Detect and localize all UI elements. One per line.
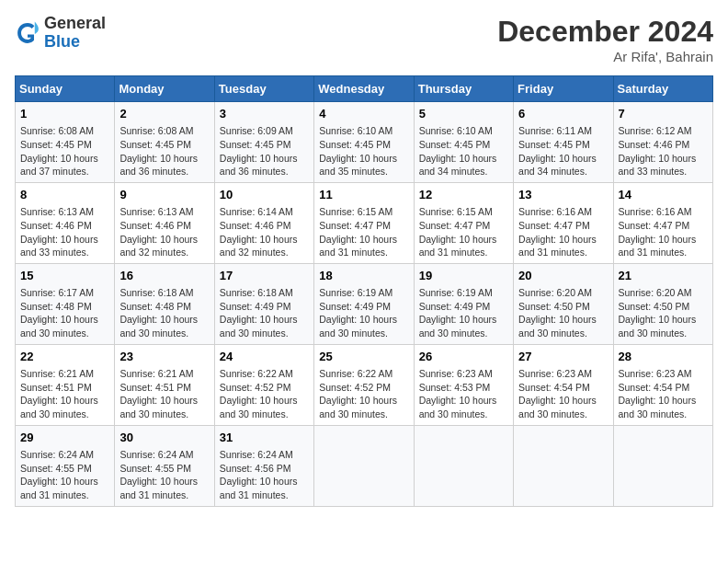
day-number: 1 [20,106,109,122]
week-row-4: 22Sunrise: 6:21 AMSunset: 4:51 PMDayligh… [16,344,713,425]
logo-line1: General [44,15,106,33]
day-header-wednesday: Wednesday [314,76,414,102]
day-cell: 8Sunrise: 6:13 AMSunset: 4:46 PMDaylight… [16,182,115,263]
header-row: SundayMondayTuesdayWednesdayThursdayFrid… [16,76,713,102]
day-cell: 7Sunrise: 6:12 AMSunset: 4:46 PMDaylight… [613,102,712,183]
day-number: 13 [518,187,608,203]
logo: General Blue [15,15,106,52]
calendar-table: SundayMondayTuesdayWednesdayThursdayFrid… [15,75,713,507]
week-row-5: 29Sunrise: 6:24 AMSunset: 4:55 PMDayligh… [16,425,713,506]
day-cell: 14Sunrise: 6:16 AMSunset: 4:47 PMDayligh… [613,182,712,263]
day-info: Sunrise: 6:13 AMSunset: 4:46 PMDaylight:… [20,205,109,259]
day-number: 29 [20,430,109,446]
day-number: 23 [119,349,209,365]
day-info: Sunrise: 6:23 AMSunset: 4:53 PMDaylight:… [419,367,508,421]
day-cell: 17Sunrise: 6:18 AMSunset: 4:49 PMDayligh… [214,263,313,344]
day-header-tuesday: Tuesday [214,76,313,102]
day-number: 16 [119,268,209,284]
day-number: 20 [518,268,608,284]
title-block: December 2024 Ar Rifa', Bahrain [497,15,713,64]
day-cell: 31Sunrise: 6:24 AMSunset: 4:56 PMDayligh… [214,425,313,506]
day-info: Sunrise: 6:14 AMSunset: 4:46 PMDaylight:… [220,205,309,259]
week-row-2: 8Sunrise: 6:13 AMSunset: 4:46 PMDaylight… [16,182,713,263]
day-number: 3 [220,106,309,122]
day-info: Sunrise: 6:17 AMSunset: 4:48 PMDaylight:… [20,286,109,340]
day-info: Sunrise: 6:16 AMSunset: 4:47 PMDaylight:… [619,205,708,259]
day-number: 25 [319,349,408,365]
day-info: Sunrise: 6:23 AMSunset: 4:54 PMDaylight:… [518,367,608,421]
day-number: 6 [518,106,608,122]
day-info: Sunrise: 6:19 AMSunset: 4:49 PMDaylight:… [419,286,508,340]
week-row-1: 1Sunrise: 6:08 AMSunset: 4:45 PMDaylight… [16,102,713,183]
day-info: Sunrise: 6:20 AMSunset: 4:50 PMDaylight:… [619,286,708,340]
day-number: 17 [220,268,309,284]
day-cell: 20Sunrise: 6:20 AMSunset: 4:50 PMDayligh… [514,263,613,344]
day-number: 9 [119,187,209,203]
day-info: Sunrise: 6:18 AMSunset: 4:48 PMDaylight:… [119,286,209,340]
day-cell: 30Sunrise: 6:24 AMSunset: 4:55 PMDayligh… [115,425,214,506]
day-cell: 3Sunrise: 6:09 AMSunset: 4:45 PMDaylight… [214,102,313,183]
day-number: 10 [220,187,309,203]
day-header-monday: Monday [115,76,214,102]
page-header: General Blue December 2024 Ar Rifa', Bah… [15,15,713,64]
day-info: Sunrise: 6:15 AMSunset: 4:47 PMDaylight:… [419,205,508,259]
day-header-friday: Friday [514,76,613,102]
day-cell [314,425,414,506]
day-info: Sunrise: 6:16 AMSunset: 4:47 PMDaylight:… [518,205,608,259]
day-number: 30 [119,430,209,446]
day-cell: 12Sunrise: 6:15 AMSunset: 4:47 PMDayligh… [414,182,513,263]
day-number: 7 [619,106,708,122]
day-cell: 21Sunrise: 6:20 AMSunset: 4:50 PMDayligh… [613,263,712,344]
day-cell: 29Sunrise: 6:24 AMSunset: 4:55 PMDayligh… [16,425,115,506]
day-number: 26 [419,349,508,365]
day-info: Sunrise: 6:18 AMSunset: 4:49 PMDaylight:… [220,286,309,340]
day-info: Sunrise: 6:09 AMSunset: 4:45 PMDaylight:… [220,124,309,178]
day-number: 19 [419,268,508,284]
day-cell: 27Sunrise: 6:23 AMSunset: 4:54 PMDayligh… [514,344,613,425]
logo-icon [15,20,40,46]
day-number: 11 [319,187,408,203]
day-info: Sunrise: 6:11 AMSunset: 4:45 PMDaylight:… [518,124,608,178]
day-info: Sunrise: 6:22 AMSunset: 4:52 PMDaylight:… [319,367,408,421]
month-title: December 2024 [497,15,713,49]
day-header-sunday: Sunday [16,76,115,102]
day-cell: 10Sunrise: 6:14 AMSunset: 4:46 PMDayligh… [214,182,313,263]
day-info: Sunrise: 6:19 AMSunset: 4:49 PMDaylight:… [319,286,408,340]
logo-text: General Blue [44,15,106,52]
day-cell: 11Sunrise: 6:15 AMSunset: 4:47 PMDayligh… [314,182,414,263]
day-info: Sunrise: 6:24 AMSunset: 4:56 PMDaylight:… [220,448,309,502]
day-cell: 2Sunrise: 6:08 AMSunset: 4:45 PMDaylight… [115,102,214,183]
day-info: Sunrise: 6:24 AMSunset: 4:55 PMDaylight:… [119,448,209,502]
logo-line2: Blue [44,33,106,52]
day-cell: 1Sunrise: 6:08 AMSunset: 4:45 PMDaylight… [16,102,115,183]
day-cell: 5Sunrise: 6:10 AMSunset: 4:45 PMDaylight… [414,102,513,183]
day-cell [613,425,712,506]
day-cell: 9Sunrise: 6:13 AMSunset: 4:46 PMDaylight… [115,182,214,263]
day-header-saturday: Saturday [613,76,712,102]
day-number: 14 [619,187,708,203]
day-cell: 22Sunrise: 6:21 AMSunset: 4:51 PMDayligh… [16,344,115,425]
day-cell: 18Sunrise: 6:19 AMSunset: 4:49 PMDayligh… [314,263,414,344]
day-info: Sunrise: 6:08 AMSunset: 4:45 PMDaylight:… [20,124,109,178]
day-cell: 28Sunrise: 6:23 AMSunset: 4:54 PMDayligh… [613,344,712,425]
day-info: Sunrise: 6:21 AMSunset: 4:51 PMDaylight:… [119,367,209,421]
day-number: 21 [619,268,708,284]
day-info: Sunrise: 6:21 AMSunset: 4:51 PMDaylight:… [20,367,109,421]
day-number: 31 [220,430,309,446]
day-info: Sunrise: 6:10 AMSunset: 4:45 PMDaylight:… [319,124,408,178]
day-number: 15 [20,268,109,284]
day-number: 12 [419,187,508,203]
day-cell: 16Sunrise: 6:18 AMSunset: 4:48 PMDayligh… [115,263,214,344]
day-cell [414,425,513,506]
day-cell: 19Sunrise: 6:19 AMSunset: 4:49 PMDayligh… [414,263,513,344]
location: Ar Rifa', Bahrain [497,49,713,64]
day-cell: 24Sunrise: 6:22 AMSunset: 4:52 PMDayligh… [214,344,313,425]
day-cell: 15Sunrise: 6:17 AMSunset: 4:48 PMDayligh… [16,263,115,344]
day-info: Sunrise: 6:24 AMSunset: 4:55 PMDaylight:… [20,448,109,502]
day-cell: 25Sunrise: 6:22 AMSunset: 4:52 PMDayligh… [314,344,414,425]
day-number: 8 [20,187,109,203]
day-number: 4 [319,106,408,122]
day-cell [514,425,613,506]
day-number: 5 [419,106,508,122]
day-number: 2 [119,106,209,122]
